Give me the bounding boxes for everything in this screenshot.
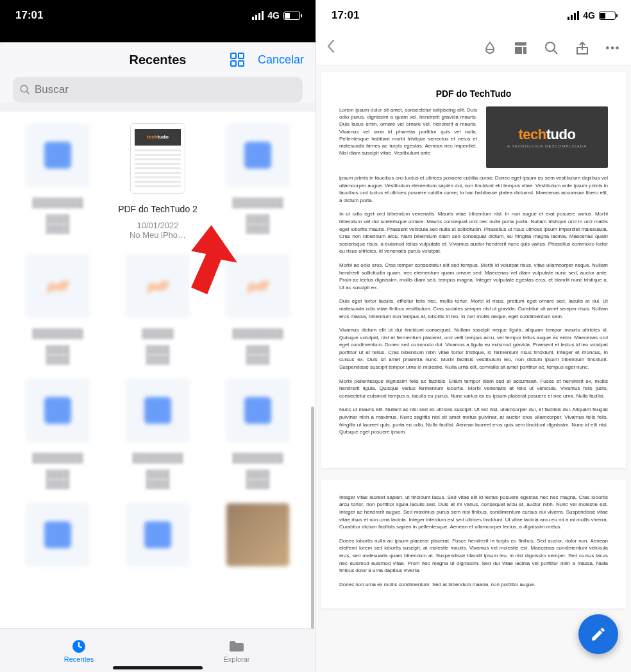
view-grid-icon[interactable] — [230, 52, 245, 67]
file-item[interactable]: pdf ████████████████ — [213, 254, 303, 364]
doc-paragraph: ipsum primis in faucibus orci luctus et … — [339, 174, 608, 204]
status-network: 4G — [583, 10, 595, 21]
svg-rect-10 — [523, 47, 526, 54]
doc-paragraph: Morbi pellentesque dignissim felis ac fa… — [339, 378, 608, 400]
tab-label: Explorar — [224, 655, 250, 663]
layout-icon[interactable] — [513, 40, 528, 56]
svg-point-11 — [546, 42, 555, 51]
search-input[interactable] — [35, 83, 296, 96]
doc-paragraph: Lorem ipsum dolor sit amet, consectetur … — [339, 106, 477, 168]
doc-paragraph: Donec non urna ex mollis condimentum. Se… — [339, 581, 608, 589]
svg-point-4 — [21, 85, 28, 92]
status-indicators: 4G — [568, 10, 616, 21]
file-name: PDF do TechTudo 2 — [113, 199, 203, 221]
tab-browse[interactable]: Explorar — [158, 629, 316, 672]
svg-rect-0 — [231, 53, 236, 58]
file-item[interactable]: pdf █████████████ — [113, 254, 203, 364]
doc-paragraph: Morbi ac odio eros. Cras tempor consecte… — [339, 262, 608, 291]
file-thumbnail: techtudo — [130, 123, 185, 194]
file-item-selected[interactable]: techtudo PDF do TechTudo 2 10/01/2022 No… — [113, 123, 203, 240]
pdf-viewport[interactable]: PDF do TechTudo Lorem ipsum dolor sit am… — [316, 65, 631, 672]
file-item[interactable] — [113, 503, 203, 572]
pencil-icon — [590, 626, 607, 643]
back-button[interactable] — [326, 39, 335, 57]
tab-label: Recentes — [64, 655, 94, 663]
nav-bar: Recentes Cancelar — [0, 42, 316, 77]
file-item[interactable]: ████████████████ — [213, 378, 303, 489]
search-icon — [19, 84, 31, 96]
status-network: 4G — [267, 10, 280, 21]
nav-title: Recentes — [130, 53, 187, 67]
svg-rect-1 — [239, 53, 244, 58]
svg-rect-3 — [239, 61, 244, 66]
status-indicators: 4G — [252, 10, 300, 21]
svg-line-5 — [26, 91, 29, 94]
file-item[interactable]: ████████████████ — [213, 123, 303, 240]
svg-rect-8 — [515, 42, 526, 46]
doc-paragraph: In ut odio eget orci bibendum venenatis.… — [339, 210, 608, 255]
status-time: 17:01 — [332, 9, 359, 22]
doc-paragraph: Duis eget tortor iaculis, efficitur feli… — [339, 298, 608, 320]
clock-icon — [70, 639, 88, 654]
file-item[interactable]: ████████████████ — [13, 123, 103, 240]
techtudo-banner: techtudo A TECNOLOGIA DESCOMPLICADA — [486, 106, 608, 168]
scroll-indicator[interactable] — [311, 407, 314, 628]
status-bar-left: 17:01 4G — [0, 0, 316, 31]
more-icon[interactable]: ••• — [605, 40, 621, 56]
tab-bar: Recentes Explorar — [0, 628, 316, 672]
files-grid: ████████████████ techtudo PDF do TechTud… — [0, 112, 316, 572]
status-bar-right: 17:01 4G — [316, 0, 631, 31]
svg-rect-9 — [515, 47, 522, 54]
file-item[interactable] — [213, 503, 303, 572]
file-item[interactable]: pdf ████████████████ — [13, 254, 103, 364]
status-time: 17:01 — [15, 9, 43, 22]
doc-paragraph: Vivamus dictum elit ut dui tincidunt con… — [339, 326, 608, 371]
doc-paragraph: Nunc ut mauris elit. Nullam ac nisi sed … — [339, 406, 608, 435]
cancel-button[interactable]: Cancelar — [258, 53, 304, 67]
file-item[interactable]: ████████████████ — [113, 378, 203, 489]
ink-icon[interactable] — [482, 40, 498, 56]
doc-paragraph: Donec lobortis nulla ac ipsum placerat p… — [339, 537, 608, 575]
search-icon[interactable] — [544, 40, 559, 56]
edit-fab[interactable] — [578, 614, 618, 654]
file-item[interactable] — [13, 503, 103, 572]
file-date: 10/01/2022 — [113, 221, 203, 230]
svg-line-12 — [553, 50, 557, 54]
battery-icon — [599, 12, 616, 20]
pdf-toolbar: ••• — [316, 31, 631, 65]
folder-icon — [228, 639, 246, 654]
file-item[interactable]: ████████████████ — [13, 378, 103, 489]
tab-recents[interactable]: Recentes — [0, 629, 158, 672]
pdf-page-1: PDF do TechTudo Lorem ipsum dolor sit am… — [321, 72, 626, 468]
svg-rect-2 — [231, 61, 236, 66]
doc-paragraph: Integer vitae laoreet sapien, ut tincidu… — [339, 494, 608, 531]
battery-icon — [283, 12, 300, 20]
pdf-page-2: Integer vitae laoreet sapien, ut tincidu… — [321, 480, 626, 609]
file-location: No Meu iPho… — [113, 230, 203, 240]
home-indicator[interactable] — [113, 666, 203, 669]
share-icon[interactable] — [575, 40, 590, 56]
search-field[interactable] — [13, 77, 303, 103]
doc-title: PDF do TechTudo — [339, 88, 608, 99]
